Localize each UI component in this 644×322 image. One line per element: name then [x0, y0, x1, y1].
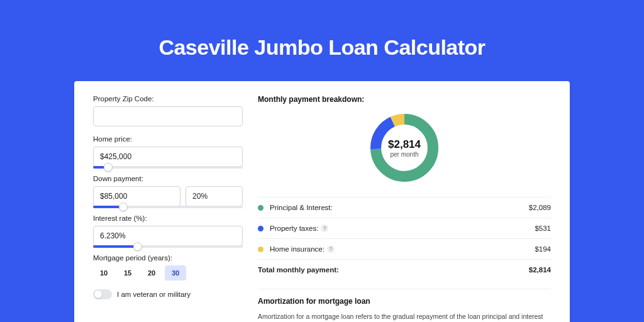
field-period: Mortgage period (years): 10 15 20 30: [93, 254, 243, 280]
field-down: Down payment:: [93, 175, 243, 208]
zip-input[interactable]: [93, 106, 243, 126]
legend-value: $531: [535, 225, 551, 232]
rate-input[interactable]: [93, 226, 243, 246]
period-label: Mortgage period (years):: [93, 254, 243, 262]
donut-amount: $2,814: [388, 138, 421, 151]
rate-slider[interactable]: [93, 245, 243, 248]
donut-wrap: $2,814 per month: [258, 110, 551, 186]
down-pct-input[interactable]: [186, 186, 243, 206]
total-label: Total monthly payment:: [258, 266, 339, 274]
info-icon[interactable]: ?: [321, 225, 328, 232]
period-10[interactable]: 10: [93, 265, 114, 280]
down-label: Down payment:: [93, 175, 243, 182]
legend-label: Home insurance:: [270, 245, 325, 253]
donut-sub: per month: [390, 151, 418, 158]
price-input[interactable]: [93, 147, 243, 167]
field-rate: Interest rate (%):: [93, 214, 243, 248]
total-value: $2,814: [529, 266, 551, 274]
period-15[interactable]: 15: [117, 265, 138, 280]
breakdown-panel: Monthly payment breakdown: $2,814 per mo…: [258, 95, 551, 322]
amortization-section: Amortization for mortgage loan Amortizat…: [258, 289, 551, 322]
field-veteran: I am veteran or military: [93, 289, 243, 299]
period-30[interactable]: 30: [165, 265, 186, 280]
calculator-card: Property Zip Code: Home price: Down paym…: [74, 81, 570, 322]
down-amount-input[interactable]: [93, 186, 180, 206]
legend-value: $2,089: [529, 204, 551, 211]
dot-icon: [258, 205, 264, 211]
donut-chart: $2,814 per month: [367, 110, 442, 186]
breakdown-heading: Monthly payment breakdown:: [258, 95, 551, 104]
page-title: Caseville Jumbo Loan Calculator: [0, 35, 644, 60]
dot-icon: [258, 247, 264, 252]
price-label: Home price:: [93, 135, 243, 143]
legend-label: Property taxes:: [270, 225, 318, 232]
veteran-label: I am veteran or military: [117, 291, 191, 298]
inputs-panel: Property Zip Code: Home price: Down paym…: [93, 95, 243, 322]
dot-icon: [258, 226, 264, 231]
legend-row-principal: Principal & Interest: $2,089: [258, 197, 551, 218]
field-zip: Property Zip Code:: [93, 95, 243, 126]
amort-text: Amortization for a mortgage loan refers …: [258, 312, 551, 322]
period-options: 10 15 20 30: [93, 265, 243, 280]
amort-heading: Amortization for mortgage loan: [258, 297, 551, 306]
veteran-toggle[interactable]: [93, 289, 112, 299]
period-20[interactable]: 20: [141, 265, 162, 280]
legend-value: $194: [535, 245, 551, 253]
info-icon[interactable]: ?: [327, 245, 335, 253]
rate-label: Interest rate (%):: [93, 214, 243, 222]
zip-label: Property Zip Code:: [93, 95, 243, 103]
legend-label: Principal & Interest:: [270, 204, 333, 211]
legend-row-taxes: Property taxes:? $531: [258, 218, 551, 239]
legend: Principal & Interest: $2,089 Property ta…: [258, 197, 551, 280]
legend-row-total: Total monthly payment: $2,814: [258, 260, 551, 280]
down-slider[interactable]: [93, 206, 243, 208]
field-price: Home price:: [93, 135, 243, 169]
legend-row-insurance: Home insurance:? $194: [258, 239, 551, 260]
price-slider[interactable]: [93, 166, 243, 169]
